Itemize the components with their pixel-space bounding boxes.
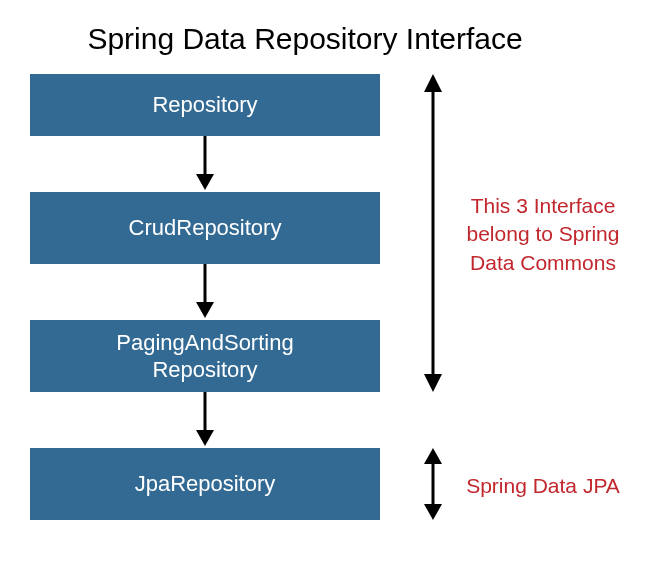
annotation-jpa: Spring Data JPA [458, 472, 628, 500]
arrow-down-2 [30, 264, 380, 320]
double-arrow-icon [418, 74, 448, 392]
svg-marker-8 [424, 374, 442, 392]
arrow-down-icon [190, 392, 220, 448]
box-label: JpaRepository [135, 470, 276, 498]
box-repository: Repository [30, 74, 380, 136]
double-arrow-icon [418, 448, 448, 520]
diagram-title: Spring Data Repository Interface [0, 0, 650, 74]
svg-marker-1 [196, 174, 214, 190]
box-paging-sorting-repository: PagingAndSorting Repository [30, 320, 380, 392]
arrow-down-icon [190, 264, 220, 320]
annotation-text: This 3 Interface belong to Spring Data C… [467, 194, 620, 274]
box-label: CrudRepository [129, 214, 282, 242]
svg-marker-11 [424, 504, 442, 520]
svg-marker-5 [196, 430, 214, 446]
svg-marker-3 [196, 302, 214, 318]
box-jpa-repository: JpaRepository [30, 448, 380, 520]
annotation-commons: This 3 Interface belong to Spring Data C… [458, 192, 628, 277]
box-label: PagingAndSorting Repository [116, 329, 293, 384]
box-label: Repository [152, 91, 257, 119]
annotation-text: Spring Data JPA [466, 474, 620, 497]
box-crud-repository: CrudRepository [30, 192, 380, 264]
boxes-column: Repository CrudRepository PagingAndSorti… [30, 74, 380, 520]
arrow-down-3 [30, 392, 380, 448]
arrow-down-1 [30, 136, 380, 192]
bracket-arrow-jpa [418, 448, 448, 524]
bracket-arrow-commons [418, 74, 448, 396]
arrow-down-icon [190, 136, 220, 192]
